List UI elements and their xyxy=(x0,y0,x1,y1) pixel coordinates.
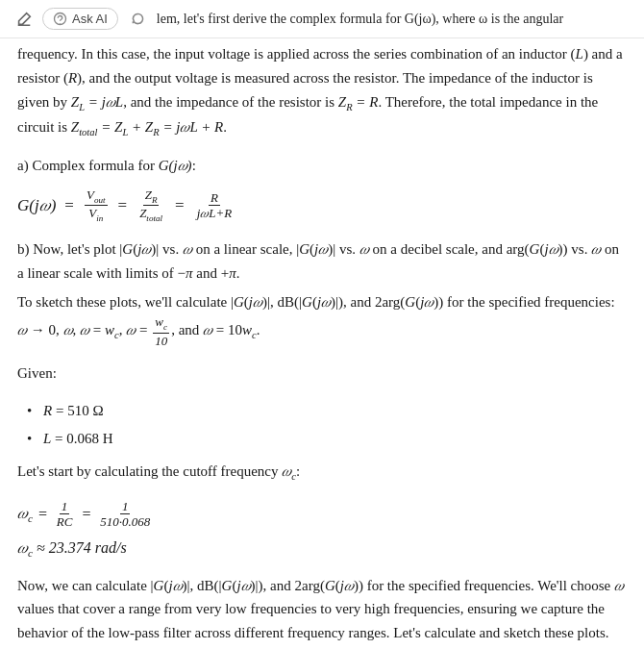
section-a-label: a) Complex formula for G(j𝜔): xyxy=(17,154,627,178)
edit-icon[interactable] xyxy=(13,9,35,30)
final-paragraph: Now, we can calculate |G(j𝜔)|, dB(|G(j𝜔)… xyxy=(17,574,627,645)
given-label: Given: xyxy=(17,362,627,386)
refresh-icon[interactable] xyxy=(128,9,149,30)
cutoff-approx: 𝜔c ≈ 23.374 rad/s xyxy=(17,536,627,562)
gjw-formula: G(j𝜔) = Vout Vin = ZR Ztotal = R j𝜔L+R xyxy=(17,187,627,224)
given-values: R = 510 Ω L = 0.068 H xyxy=(17,399,627,451)
ask-ai-label: Ask AI xyxy=(72,12,108,26)
section-b-label: b) Now, let's plot |G(j𝜔)| vs. 𝜔 on a li… xyxy=(17,237,627,286)
top-bar: Ask AI lem, let's first derive the compl… xyxy=(0,0,644,38)
content-preview-text: lem, let's first derive the complex form… xyxy=(157,12,631,27)
main-content: frequency. In this case, the input volta… xyxy=(0,38,644,649)
ask-ai-button[interactable]: Ask AI xyxy=(42,8,118,30)
cutoff-intro: Let's start by calculating the cutoff fr… xyxy=(17,460,627,485)
l-value: L = 0.068 H xyxy=(27,427,627,451)
svg-point-0 xyxy=(55,13,66,25)
r-value: R = 510 Ω xyxy=(27,399,627,423)
cutoff-formula: 𝜔c = 1 RC = 1 510·0.068 xyxy=(17,499,627,530)
sketch-intro-paragraph: To sketch these plots, we'll calculate |… xyxy=(17,290,627,348)
intro-paragraph: frequency. In this case, the input volta… xyxy=(17,42,627,140)
